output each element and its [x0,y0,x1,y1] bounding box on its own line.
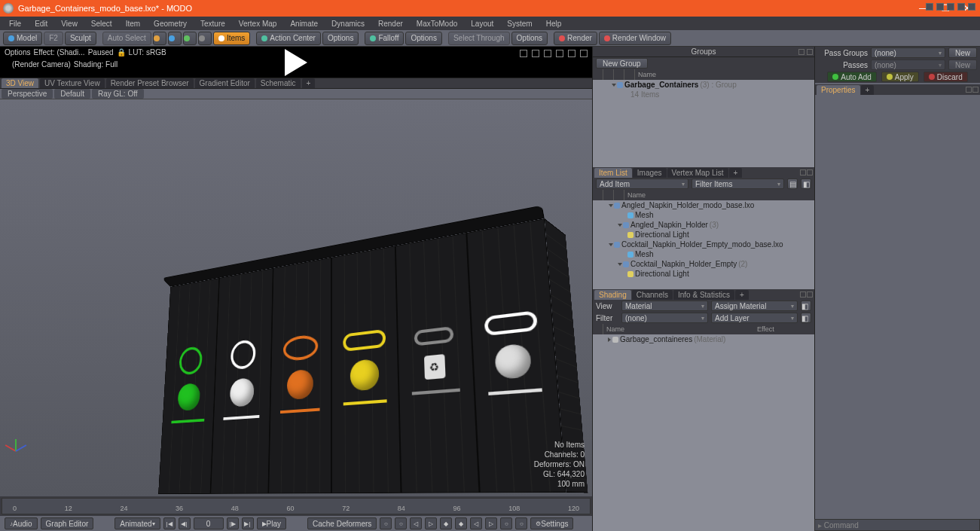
anim-tool-icon[interactable]: ◁ [410,517,422,529]
tab-channels[interactable]: Channels [632,290,673,300]
render-paused[interactable]: Paused [88,48,114,56]
tab-renderbrowser[interactable]: Render Preset Browser [106,78,194,88]
newgroup-button[interactable]: New Group [596,58,648,69]
render-camera[interactable]: (Render Camera) [12,60,71,69]
list-opt-button[interactable]: ▤ [787,179,798,189]
renderwindow-button[interactable]: Render Window [599,32,671,45]
assign-dropdown[interactable]: Assign Material [711,301,798,311]
panel-ctrl-icon[interactable] [798,49,804,55]
tab-add[interactable]: + [302,78,316,88]
view-dropdown[interactable]: Material [621,301,708,311]
tab-add[interactable]: + [861,85,875,95]
discard-button[interactable]: Discard [924,72,968,82]
render-ctrl-icon[interactable] [532,50,539,57]
anim-tool-icon[interactable]: ◆ [440,517,452,529]
raygl-toggle[interactable]: Ray GL: Off [92,89,144,99]
anim-tool-icon[interactable]: ○ [395,517,407,529]
filteritems-dropdown[interactable]: Filter Items [691,179,784,189]
perspective-dropdown[interactable]: Perspective [2,89,53,99]
render-ctrl-icon[interactable] [520,50,527,57]
goto-start-button[interactable]: |◀ [163,517,176,529]
f2-button[interactable]: F2 [44,32,63,45]
timeline[interactable]: 01224364860728496108120 [2,498,591,514]
actioncenter-button[interactable]: Action Center [256,32,321,45]
menu-maxtomodo[interactable]: MaxToModo [411,18,463,29]
menu-animate[interactable]: Animate [284,18,324,29]
panel-ctrl-icon[interactable] [807,49,813,55]
vp-ctrl-icon[interactable] [968,3,975,11]
tab-gradient[interactable]: Gradient Editor [195,78,255,88]
tab-shading[interactable]: Shading [594,290,631,300]
menu-layout[interactable]: Layout [465,18,499,29]
render-lock-icon[interactable]: 🔒 [117,48,126,56]
options1-button[interactable]: Options [322,32,359,45]
render-button[interactable]: Render [554,32,597,45]
anim-tool-icon[interactable]: ▷ [425,517,437,529]
tab-images[interactable]: Images [633,168,667,178]
play-button[interactable]: ▶ Play [257,517,286,529]
addlayer-dropdown[interactable]: Add Layer [711,313,798,323]
menu-system[interactable]: System [501,18,538,29]
panel-ctrl-icon[interactable] [800,169,806,175]
new-button[interactable]: New [948,47,977,58]
sculpt-button[interactable]: Sculpt [65,32,96,45]
panel-ctrl-icon[interactable] [800,291,806,298]
frame-field[interactable]: 0 [194,517,224,529]
render-lut[interactable]: LUT: sRGB [129,48,166,56]
play-icon[interactable] [285,49,307,76]
menu-dynamics[interactable]: Dynamics [325,18,371,29]
shading-opt-button[interactable]: ◧ [801,301,811,311]
menu-vertexmap[interactable]: Vertex Map [233,18,283,29]
tab-add[interactable]: + [729,168,743,178]
anim-tool-icon[interactable]: ◁ [470,517,482,529]
filter-dropdown[interactable]: (none) [621,313,708,323]
panel-ctrl-icon[interactable] [972,87,978,93]
autoadd-button[interactable]: Auto Add [827,72,877,82]
tab-add[interactable]: + [735,290,749,300]
audio-button[interactable]: ♪ Audio [5,517,38,529]
autoselect-button[interactable]: Auto Select [102,32,151,45]
tab-3dview[interactable]: 3D View [2,78,38,88]
vp-ctrl-icon[interactable] [947,3,954,11]
vp-ctrl-icon[interactable] [936,3,944,11]
tab-properties[interactable]: Properties [817,85,860,95]
tab-info[interactable]: Info & Statistics [673,290,734,300]
itemlist-tree[interactable]: Angled_Napkin_Holder_modo_base.lxoMeshAn… [593,200,814,289]
passgroups-dropdown[interactable]: (none) [871,47,945,58]
step-back-button[interactable]: ◀| [179,517,191,529]
menu-select[interactable]: Select [85,18,118,29]
render-ctrl-icon[interactable] [544,50,551,57]
selthrough-button[interactable]: Select Through [448,32,510,45]
sel-tool-3[interactable] [183,32,197,45]
falloff-button[interactable]: Falloff [365,32,404,45]
menu-help[interactable]: Help [540,18,568,29]
menu-edit[interactable]: Edit [29,18,53,29]
menu-view[interactable]: View [55,18,84,29]
apply-button[interactable]: Apply [881,72,919,82]
tab-vertexmaplist[interactable]: Vertex Map List [667,168,728,178]
render-ctrl-icon[interactable] [568,50,575,57]
panel-ctrl-icon[interactable] [966,87,972,93]
anim-tool-icon[interactable]: ○ [515,517,527,529]
items-button[interactable]: Items [213,32,250,45]
sel-tool-4[interactable] [198,32,212,45]
menu-render[interactable]: Render [372,18,409,29]
render-shading[interactable]: Shading: Full [74,60,118,69]
render-ctrl-icon[interactable] [556,50,563,57]
animated-dropdown[interactable]: Animated ▾ [114,517,160,529]
3d-viewport[interactable]: ♻ No ItemsChannels: 0Deformers: ONGL: 64… [0,99,592,496]
vp-ctrl-icon[interactable] [926,3,933,11]
passes-dropdown[interactable]: (none) [871,60,945,70]
menu-file[interactable]: File [3,18,27,29]
anim-tool-icon[interactable]: ○ [380,517,392,529]
tab-uvview[interactable]: UV Texture View [40,78,105,88]
anim-tool-icon[interactable]: ○ [500,517,512,529]
command-input[interactable]: ▸ Command [814,519,980,531]
menu-geometry[interactable]: Geometry [148,18,193,29]
new-button[interactable]: New [948,60,977,70]
sel-tool-2[interactable] [168,32,182,45]
additem-dropdown[interactable]: Add Item [596,179,688,189]
sel-tool-1[interactable] [153,32,166,45]
panel-ctrl-icon[interactable] [807,291,813,298]
tab-itemlist[interactable]: Item List [594,168,632,178]
